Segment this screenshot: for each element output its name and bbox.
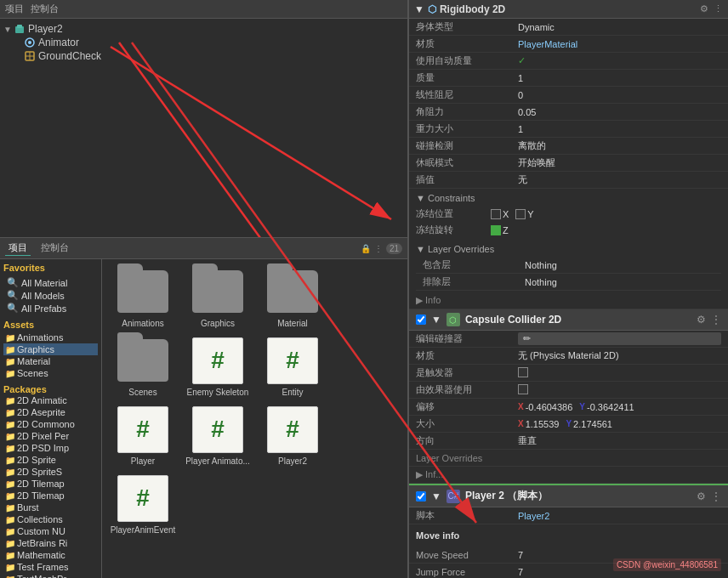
console-tab[interactable]: 控制台 bbox=[31, 3, 59, 15]
pkg-2d-tilemap2[interactable]: 📁2D Tilemap bbox=[3, 490, 98, 502]
freeze-position-row: 冻结位置 X Y bbox=[416, 206, 721, 222]
project-tabs: 项目 控制台 bbox=[5, 241, 72, 256]
pkg-burst[interactable]: 📁Burst bbox=[3, 502, 98, 513]
script-collapse-icon[interactable]: ▼ bbox=[431, 490, 441, 502]
pkg-2d-tilemap1[interactable]: 📁2D Tilemap bbox=[3, 478, 98, 490]
capsule-collider-icon: ⬡ bbox=[446, 313, 460, 326]
mass-label: 质量 bbox=[416, 71, 518, 84]
direction-row: 方向 垂直 bbox=[409, 433, 728, 450]
assets-scenes[interactable]: 📁 Scenes bbox=[3, 367, 98, 379]
mass-row: 质量 1 bbox=[409, 70, 728, 87]
pkg-2d-common[interactable]: 📁2D Commono bbox=[3, 418, 98, 430]
asset-entity[interactable]: Entity bbox=[259, 335, 327, 397]
packages-title[interactable]: Packages bbox=[3, 384, 98, 394]
callback-checkbox[interactable] bbox=[518, 384, 721, 396]
assets-graphics[interactable]: 📁 Graphics bbox=[3, 343, 98, 355]
hierarchy-tree: ▼ Player2 Animator bbox=[0, 19, 407, 66]
collider-material-value: 无 (Physics Material 2D) bbox=[518, 349, 721, 362]
project-tab[interactable]: 项目 bbox=[5, 241, 31, 256]
hierarchy-tab[interactable]: 项目 bbox=[5, 3, 24, 15]
pkg-2d-aseprite[interactable]: 📁2D Aseprite bbox=[3, 406, 98, 418]
script-ref-value[interactable]: Player2 bbox=[518, 511, 721, 521]
freeze-rot-z[interactable]: Z bbox=[491, 225, 509, 235]
asset-player2[interactable]: Player2 bbox=[259, 404, 327, 466]
assets-material[interactable]: 📁 Material bbox=[3, 355, 98, 367]
script-checkbox[interactable] bbox=[416, 491, 426, 502]
fav-all-materials[interactable]: 🔍 All Material bbox=[3, 276, 98, 289]
svg-rect-1 bbox=[17, 25, 22, 28]
pkg-2d-psd[interactable]: 📁2D PSD Imp bbox=[3, 442, 98, 454]
svg-line-8 bbox=[119, 42, 407, 238]
asset-scenes-folder[interactable]: Scenes bbox=[109, 335, 177, 397]
collider-info-label: ▶ Inf... bbox=[416, 469, 443, 480]
auto-mass-label: 使用自动质量 bbox=[416, 54, 518, 67]
collision-detect-row: 碰撞检测 离散的 bbox=[409, 138, 728, 155]
folder-icon-scenes: 📁 bbox=[5, 369, 15, 378]
rigidbody-settings-icon[interactable]: ⚙ bbox=[700, 3, 708, 14]
script-settings-icon[interactable]: ⚙ bbox=[697, 490, 706, 502]
fav-all-models[interactable]: 🔍 All Models bbox=[3, 289, 98, 302]
favorites-title: Favorites bbox=[3, 263, 98, 273]
freeze-pos-y[interactable]: Y bbox=[515, 209, 533, 219]
checkbox-x[interactable] bbox=[491, 209, 501, 219]
move-info-title: Move info bbox=[416, 528, 721, 543]
inspector-panel: ▼ ⬡ Rigidbody 2D ⚙ ⋮ 身体类型 Dynamic 材质 Pla… bbox=[408, 0, 728, 578]
capsule-menu-icon[interactable]: ⋮ bbox=[711, 314, 721, 326]
script-header: ▼ C# Player 2 （脚本） ⚙ ⋮ bbox=[409, 484, 728, 507]
size-y: Y 2.174561 bbox=[566, 419, 612, 429]
pkg-test-frames[interactable]: 📁Test Frames bbox=[3, 561, 98, 573]
pkg-collections[interactable]: 📁Collections bbox=[3, 513, 98, 525]
tree-item-groundcheck[interactable]: GroundCheck bbox=[14, 49, 404, 63]
asset-enemy-skeleton[interactable]: Enemy Skeleton bbox=[184, 335, 252, 397]
edit-collider-btn[interactable]: ✏ bbox=[518, 332, 721, 345]
info-row: ▶ Info bbox=[409, 292, 728, 309]
rigidbody-menu-icon[interactable]: ⋮ bbox=[714, 3, 723, 14]
pkg-2d-animatic[interactable]: 📁2D Animatic bbox=[3, 394, 98, 406]
pkg-2d-pixel[interactable]: 📁2D Pixel Per bbox=[3, 430, 98, 442]
asset-animations-folder[interactable]: Animations bbox=[109, 266, 177, 328]
offset-y: Y -0.3642411 bbox=[579, 402, 634, 412]
sleep-mode-row: 休眠模式 开始唤醒 bbox=[409, 155, 728, 172]
menu-icon[interactable]: ⋮ bbox=[374, 244, 383, 253]
script-ref-label: 脚本 bbox=[416, 509, 518, 522]
pkg-mathematic[interactable]: 📁Mathematic bbox=[3, 549, 98, 561]
trigger-checkbox[interactable] bbox=[518, 367, 721, 379]
pkg-2d-sprites[interactable]: 📁2D SpriteS bbox=[3, 466, 98, 478]
asset-label-material: Material bbox=[259, 319, 327, 328]
fav-all-prefabs[interactable]: 🔍 All Prefabs bbox=[3, 302, 98, 314]
assets-animations[interactable]: 📁 Animations bbox=[3, 332, 98, 343]
asset-player[interactable]: Player bbox=[109, 404, 177, 466]
tree-item-player2[interactable]: ▼ Player2 bbox=[3, 22, 404, 36]
interpolate-label: 插值 bbox=[416, 173, 518, 186]
collapse-icon-capsule[interactable]: ▼ bbox=[431, 314, 441, 326]
move-info-section: Move info bbox=[409, 524, 728, 547]
asset-graphics-folder[interactable]: Graphics bbox=[184, 266, 252, 328]
folder-icon-material: 📁 bbox=[5, 357, 15, 366]
asset-player-animator[interactable]: Player Animato... bbox=[184, 404, 252, 466]
checkbox-z[interactable] bbox=[491, 225, 501, 235]
pkg-textmesh[interactable]: 📁TextMeshPr bbox=[3, 573, 98, 578]
asset-label-enemy: Enemy Skeleton bbox=[184, 388, 252, 397]
console-tab-bottom[interactable]: 控制台 bbox=[37, 241, 72, 256]
constraints-title[interactable]: ▼ Constraints bbox=[416, 190, 721, 206]
rigidbody-collapse-icon[interactable]: ▼ bbox=[414, 3, 424, 15]
tree-item-animator[interactable]: Animator bbox=[14, 36, 404, 49]
pkg-custom-nu[interactable]: 📁Custom NU bbox=[3, 525, 98, 537]
material-label: 材质 bbox=[416, 37, 518, 50]
exclude-layer-row: 排除层 Nothing bbox=[416, 274, 721, 291]
assets-title[interactable]: Assets bbox=[3, 320, 98, 330]
pkg-2d-sprite[interactable]: 📁2D Sprite bbox=[3, 454, 98, 466]
freeze-pos-label: 冻结位置 bbox=[416, 207, 484, 220]
checkbox-y[interactable] bbox=[515, 209, 526, 219]
material-value[interactable]: PlayerMaterial bbox=[518, 39, 721, 49]
asset-player-anim-event[interactable]: PlayerAnimEvent bbox=[109, 473, 177, 535]
sleep-mode-value: 开始唤醒 bbox=[518, 156, 721, 169]
pkg-jetbrains[interactable]: 📁JetBrains Ri bbox=[3, 537, 98, 549]
script-menu-icon[interactable]: ⋮ bbox=[711, 490, 721, 502]
layer-overrides-title[interactable]: ▼ Layer Overrides bbox=[416, 241, 721, 257]
asset-material-folder[interactable]: Material bbox=[259, 266, 327, 328]
edit-collider-row: 编辑碰撞器 ✏ bbox=[409, 331, 728, 348]
capsule-collider-checkbox[interactable] bbox=[416, 314, 426, 325]
freeze-pos-x[interactable]: X bbox=[491, 209, 509, 219]
capsule-settings-icon[interactable]: ⚙ bbox=[697, 314, 706, 326]
